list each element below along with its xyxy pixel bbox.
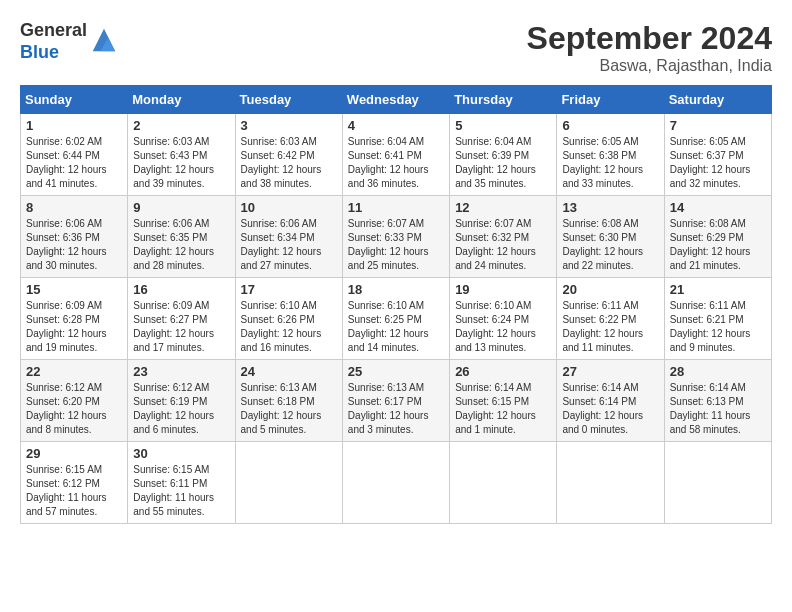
- day-number: 1: [26, 118, 122, 133]
- title-section: September 2024 Baswa, Rajasthan, India: [527, 20, 772, 75]
- table-row: 9 Sunrise: 6:06 AMSunset: 6:35 PMDayligh…: [128, 196, 235, 278]
- table-row: [342, 442, 449, 524]
- table-row: 13 Sunrise: 6:08 AMSunset: 6:30 PMDaylig…: [557, 196, 664, 278]
- day-number: 12: [455, 200, 551, 215]
- day-number: 17: [241, 282, 337, 297]
- day-number: 23: [133, 364, 229, 379]
- table-row: 12 Sunrise: 6:07 AMSunset: 6:32 PMDaylig…: [450, 196, 557, 278]
- calendar-header-row: Sunday Monday Tuesday Wednesday Thursday…: [21, 86, 772, 114]
- day-info: Sunrise: 6:09 AMSunset: 6:27 PMDaylight:…: [133, 300, 214, 353]
- calendar-week-row: 22 Sunrise: 6:12 AMSunset: 6:20 PMDaylig…: [21, 360, 772, 442]
- table-row: 24 Sunrise: 6:13 AMSunset: 6:18 PMDaylig…: [235, 360, 342, 442]
- day-info: Sunrise: 6:13 AMSunset: 6:18 PMDaylight:…: [241, 382, 322, 435]
- day-info: Sunrise: 6:11 AMSunset: 6:22 PMDaylight:…: [562, 300, 643, 353]
- day-number: 7: [670, 118, 766, 133]
- day-info: Sunrise: 6:14 AMSunset: 6:14 PMDaylight:…: [562, 382, 643, 435]
- page-header: General Blue September 2024 Baswa, Rajas…: [20, 20, 772, 75]
- table-row: 10 Sunrise: 6:06 AMSunset: 6:34 PMDaylig…: [235, 196, 342, 278]
- day-number: 24: [241, 364, 337, 379]
- day-number: 5: [455, 118, 551, 133]
- day-number: 20: [562, 282, 658, 297]
- day-number: 8: [26, 200, 122, 215]
- table-row: 11 Sunrise: 6:07 AMSunset: 6:33 PMDaylig…: [342, 196, 449, 278]
- day-info: Sunrise: 6:13 AMSunset: 6:17 PMDaylight:…: [348, 382, 429, 435]
- day-info: Sunrise: 6:10 AMSunset: 6:24 PMDaylight:…: [455, 300, 536, 353]
- table-row: 23 Sunrise: 6:12 AMSunset: 6:19 PMDaylig…: [128, 360, 235, 442]
- table-row: 17 Sunrise: 6:10 AMSunset: 6:26 PMDaylig…: [235, 278, 342, 360]
- table-row: 20 Sunrise: 6:11 AMSunset: 6:22 PMDaylig…: [557, 278, 664, 360]
- logo-general: General: [20, 20, 87, 40]
- table-row: 16 Sunrise: 6:09 AMSunset: 6:27 PMDaylig…: [128, 278, 235, 360]
- header-thursday: Thursday: [450, 86, 557, 114]
- day-number: 27: [562, 364, 658, 379]
- table-row: 25 Sunrise: 6:13 AMSunset: 6:17 PMDaylig…: [342, 360, 449, 442]
- table-row: 27 Sunrise: 6:14 AMSunset: 6:14 PMDaylig…: [557, 360, 664, 442]
- day-info: Sunrise: 6:12 AMSunset: 6:20 PMDaylight:…: [26, 382, 107, 435]
- calendar-week-row: 1 Sunrise: 6:02 AMSunset: 6:44 PMDayligh…: [21, 114, 772, 196]
- day-number: 29: [26, 446, 122, 461]
- table-row: 26 Sunrise: 6:14 AMSunset: 6:15 PMDaylig…: [450, 360, 557, 442]
- day-number: 13: [562, 200, 658, 215]
- day-info: Sunrise: 6:07 AMSunset: 6:32 PMDaylight:…: [455, 218, 536, 271]
- day-info: Sunrise: 6:11 AMSunset: 6:21 PMDaylight:…: [670, 300, 751, 353]
- table-row: 15 Sunrise: 6:09 AMSunset: 6:28 PMDaylig…: [21, 278, 128, 360]
- day-number: 2: [133, 118, 229, 133]
- month-year-title: September 2024: [527, 20, 772, 57]
- day-number: 28: [670, 364, 766, 379]
- day-info: Sunrise: 6:04 AMSunset: 6:39 PMDaylight:…: [455, 136, 536, 189]
- table-row: 18 Sunrise: 6:10 AMSunset: 6:25 PMDaylig…: [342, 278, 449, 360]
- table-row: 7 Sunrise: 6:05 AMSunset: 6:37 PMDayligh…: [664, 114, 771, 196]
- calendar-week-row: 29 Sunrise: 6:15 AMSunset: 6:12 PMDaylig…: [21, 442, 772, 524]
- day-number: 30: [133, 446, 229, 461]
- day-number: 21: [670, 282, 766, 297]
- table-row: 6 Sunrise: 6:05 AMSunset: 6:38 PMDayligh…: [557, 114, 664, 196]
- table-row: 1 Sunrise: 6:02 AMSunset: 6:44 PMDayligh…: [21, 114, 128, 196]
- header-friday: Friday: [557, 86, 664, 114]
- day-info: Sunrise: 6:06 AMSunset: 6:36 PMDaylight:…: [26, 218, 107, 271]
- day-info: Sunrise: 6:14 AMSunset: 6:13 PMDaylight:…: [670, 382, 751, 435]
- table-row: 22 Sunrise: 6:12 AMSunset: 6:20 PMDaylig…: [21, 360, 128, 442]
- day-number: 15: [26, 282, 122, 297]
- logo-icon: [89, 25, 119, 55]
- day-info: Sunrise: 6:10 AMSunset: 6:25 PMDaylight:…: [348, 300, 429, 353]
- logo: General Blue: [20, 20, 119, 63]
- day-number: 11: [348, 200, 444, 215]
- day-number: 4: [348, 118, 444, 133]
- table-row: 14 Sunrise: 6:08 AMSunset: 6:29 PMDaylig…: [664, 196, 771, 278]
- day-info: Sunrise: 6:06 AMSunset: 6:35 PMDaylight:…: [133, 218, 214, 271]
- table-row: [450, 442, 557, 524]
- day-number: 3: [241, 118, 337, 133]
- day-info: Sunrise: 6:15 AMSunset: 6:11 PMDaylight:…: [133, 464, 214, 517]
- header-saturday: Saturday: [664, 86, 771, 114]
- day-number: 22: [26, 364, 122, 379]
- day-info: Sunrise: 6:09 AMSunset: 6:28 PMDaylight:…: [26, 300, 107, 353]
- day-number: 16: [133, 282, 229, 297]
- calendar-week-row: 15 Sunrise: 6:09 AMSunset: 6:28 PMDaylig…: [21, 278, 772, 360]
- day-info: Sunrise: 6:15 AMSunset: 6:12 PMDaylight:…: [26, 464, 107, 517]
- table-row: 2 Sunrise: 6:03 AMSunset: 6:43 PMDayligh…: [128, 114, 235, 196]
- day-info: Sunrise: 6:05 AMSunset: 6:38 PMDaylight:…: [562, 136, 643, 189]
- table-row: 28 Sunrise: 6:14 AMSunset: 6:13 PMDaylig…: [664, 360, 771, 442]
- table-row: 21 Sunrise: 6:11 AMSunset: 6:21 PMDaylig…: [664, 278, 771, 360]
- day-number: 19: [455, 282, 551, 297]
- day-info: Sunrise: 6:06 AMSunset: 6:34 PMDaylight:…: [241, 218, 322, 271]
- day-info: Sunrise: 6:05 AMSunset: 6:37 PMDaylight:…: [670, 136, 751, 189]
- day-info: Sunrise: 6:04 AMSunset: 6:41 PMDaylight:…: [348, 136, 429, 189]
- table-row: 3 Sunrise: 6:03 AMSunset: 6:42 PMDayligh…: [235, 114, 342, 196]
- logo-blue: Blue: [20, 42, 59, 62]
- day-info: Sunrise: 6:12 AMSunset: 6:19 PMDaylight:…: [133, 382, 214, 435]
- table-row: 19 Sunrise: 6:10 AMSunset: 6:24 PMDaylig…: [450, 278, 557, 360]
- calendar-table: Sunday Monday Tuesday Wednesday Thursday…: [20, 85, 772, 524]
- day-number: 18: [348, 282, 444, 297]
- table-row: [235, 442, 342, 524]
- table-row: 30 Sunrise: 6:15 AMSunset: 6:11 PMDaylig…: [128, 442, 235, 524]
- header-sunday: Sunday: [21, 86, 128, 114]
- day-number: 14: [670, 200, 766, 215]
- day-info: Sunrise: 6:07 AMSunset: 6:33 PMDaylight:…: [348, 218, 429, 271]
- day-info: Sunrise: 6:02 AMSunset: 6:44 PMDaylight:…: [26, 136, 107, 189]
- table-row: [557, 442, 664, 524]
- header-tuesday: Tuesday: [235, 86, 342, 114]
- location-subtitle: Baswa, Rajasthan, India: [527, 57, 772, 75]
- table-row: 5 Sunrise: 6:04 AMSunset: 6:39 PMDayligh…: [450, 114, 557, 196]
- day-info: Sunrise: 6:10 AMSunset: 6:26 PMDaylight:…: [241, 300, 322, 353]
